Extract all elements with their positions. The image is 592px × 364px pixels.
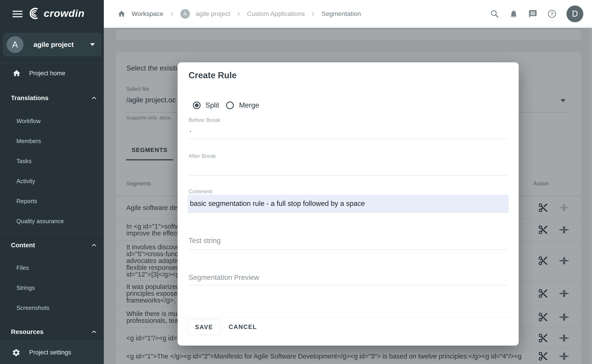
divider xyxy=(0,233,104,233)
home-icon[interactable] xyxy=(118,10,126,18)
test-string-underline xyxy=(188,250,508,250)
sidebar-item-tasks[interactable]: Tasks xyxy=(16,156,31,166)
radio-split-label[interactable]: Split xyxy=(205,101,219,109)
segmentation-preview-underline xyxy=(188,285,508,285)
help-icon[interactable] xyxy=(547,9,557,19)
sidebar-item-project-settings[interactable]: Project settings xyxy=(0,341,104,364)
chevron-up-icon[interactable] xyxy=(91,242,97,248)
comment-input[interactable]: basic segmentation rule - a full stop fo… xyxy=(188,195,509,213)
search-icon[interactable] xyxy=(490,9,499,19)
notifications-bell-icon[interactable] xyxy=(509,9,518,19)
sidebar-item-project-home[interactable]: Project home xyxy=(0,69,104,78)
save-button[interactable]: SAVE xyxy=(188,319,220,335)
section-label: Translations xyxy=(11,94,48,102)
crowdin-logo[interactable]: crowdin xyxy=(28,7,85,20)
comment-value: basic segmentation rule - a full stop fo… xyxy=(190,200,365,208)
test-string-input[interactable]: Test string xyxy=(188,237,221,245)
sidebar-item-label: Project settings xyxy=(29,349,71,356)
breadcrumb-custom-applications[interactable]: Custom Applications xyxy=(247,10,305,18)
crowdin-logo-text: crowdin xyxy=(44,7,85,19)
section-label: Resources xyxy=(11,328,43,336)
home-icon xyxy=(12,69,21,78)
gear-icon xyxy=(12,348,20,357)
chevron-up-icon[interactable] xyxy=(91,329,97,335)
messages-chat-icon[interactable] xyxy=(528,9,537,19)
after-break-label: After Break xyxy=(188,153,216,159)
radio-selected-dot xyxy=(195,104,199,107)
segmentation-preview-label: Segmentation Preview xyxy=(188,273,259,282)
top-bar: Workspace A agile project Custom Applica… xyxy=(104,0,592,28)
section-label: Content xyxy=(11,242,35,249)
sidebar-item-workflow[interactable]: Workflow xyxy=(16,117,40,126)
before-break-underline xyxy=(188,139,508,139)
crowdin-logo-mark xyxy=(28,7,41,20)
sidebar-item-files[interactable]: Files xyxy=(16,263,29,272)
sidebar-item-label: Project home xyxy=(29,70,65,77)
radio-merge-label[interactable]: Merge xyxy=(239,101,259,109)
hamburger-menu-icon[interactable] xyxy=(13,11,23,19)
sidebar-item-reports[interactable]: Reports xyxy=(16,196,37,206)
divider xyxy=(0,320,104,320)
project-name: agile project xyxy=(33,41,74,48)
radio-split[interactable] xyxy=(193,101,201,109)
sidebar-item-screenshots[interactable]: Screenshots xyxy=(16,303,49,312)
sidebar-item-activity[interactable]: Activity xyxy=(16,176,35,186)
topbar-actions: D xyxy=(490,6,583,22)
project-avatar: A xyxy=(7,36,23,53)
comment-label: Comment xyxy=(188,188,212,195)
dialog-footer-divider xyxy=(178,317,519,317)
chevron-right-icon xyxy=(311,11,316,16)
sidebar: crowdin A agile project Project home Tra… xyxy=(0,0,104,364)
create-rule-dialog: Create Rule Split Merge Before Break . A… xyxy=(178,62,519,345)
project-selector[interactable]: A agile project xyxy=(3,33,101,56)
divider xyxy=(0,63,104,63)
breadcrumb-project[interactable]: agile project xyxy=(196,10,230,18)
dialog-title: Create Rule xyxy=(188,71,237,80)
sidebar-item-members[interactable]: Members xyxy=(16,136,41,146)
breadcrumb: Workspace A agile project Custom Applica… xyxy=(118,9,361,19)
sidebar-item-quality-assurance[interactable]: Quality assurance xyxy=(16,217,64,226)
project-avatar: A xyxy=(180,9,190,19)
sidebar-item-strings[interactable]: Strings xyxy=(16,283,35,292)
caret-down-icon xyxy=(90,43,95,46)
before-break-label: Before Break xyxy=(188,117,220,123)
divider xyxy=(0,84,104,85)
radio-merge[interactable] xyxy=(226,101,234,109)
user-avatar[interactable]: D xyxy=(566,6,583,22)
cancel-button[interactable]: CANCEL xyxy=(226,319,260,334)
chevron-up-icon[interactable] xyxy=(91,95,97,101)
sidebar-section-translations[interactable]: Translations xyxy=(11,93,48,103)
before-break-input[interactable]: . xyxy=(189,124,192,134)
breadcrumb-workspace[interactable]: Workspace xyxy=(132,10,164,18)
sidebar-section-content[interactable]: Content xyxy=(11,241,35,250)
chevron-right-icon xyxy=(236,11,241,16)
after-break-underline[interactable] xyxy=(188,175,508,176)
breadcrumb-segmentation: Segmentation xyxy=(321,10,361,18)
sidebar-section-resources[interactable]: Resources xyxy=(11,327,43,337)
chevron-right-icon xyxy=(169,11,174,16)
